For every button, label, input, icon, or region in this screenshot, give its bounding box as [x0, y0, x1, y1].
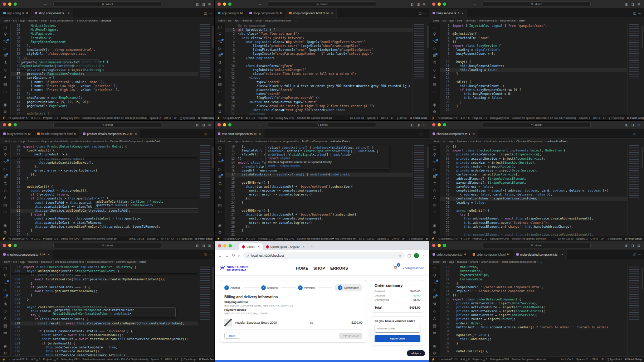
- history-back-icon[interactable]: ←: [258, 122, 262, 126]
- code-line[interactable]: 33 buttonText = this.accountService.isAd…: [440, 325, 627, 329]
- language-mode[interactable]: { } TypeScript: [181, 358, 196, 361]
- code-line[interactable]: 19 this.loading = false;: [440, 96, 627, 100]
- eol-status[interactable]: LF: [175, 358, 178, 361]
- code-line[interactable]: 3 <div class="flex justify-between">: [225, 36, 413, 40]
- activity-icon[interactable]: ◇: [433, 68, 436, 72]
- breadcrumb[interactable]: clientsrcappfeaturescheckoutcheckout.com…: [429, 139, 644, 144]
- breadcrumb-item[interactable]: BusyService: [497, 19, 516, 22]
- activity-icon[interactable]: ▤: [433, 203, 436, 207]
- activity-icon[interactable]: ▢: [433, 146, 436, 150]
- activity-icon[interactable]: A: [4, 317, 6, 320]
- encoding-status[interactable]: UTF-8: [165, 358, 172, 361]
- breadcrumb-item[interactable]: confirmationToken: [542, 140, 568, 143]
- code-line[interactable]: 16 placeholder="Search": [225, 88, 413, 92]
- code-line[interactable]: 43 loadProduct() {: [11, 149, 198, 153]
- code-line[interactable]: 2 <div class="flex flex-col gap-3">: [225, 32, 413, 36]
- split-editor-icon[interactable]: ◫: [418, 11, 421, 15]
- solution-status[interactable]: Solution file opened: skinet.sln: [297, 116, 332, 120]
- breadcrumb[interactable]: clientsrcappfeaturesshopshop.component.t…: [0, 18, 215, 23]
- breadcrumb-item[interactable]: result: [136, 260, 146, 264]
- breadcrumb-item[interactable]: shop.component.html: [262, 19, 291, 22]
- cursor-position[interactable]: Ln 37, Col 12 (5 selected): [117, 116, 146, 120]
- code-line[interactable]: 109 }: [11, 281, 198, 285]
- activity-icon[interactable]: ⌥: [3, 160, 8, 164]
- code-line[interactable]: 46 saveAddress = false;: [440, 185, 627, 189]
- activity-icon[interactable]: ◇: [4, 68, 6, 72]
- code-line[interactable]: 20 class="absolute inset-y-0 right-0 top…: [225, 104, 413, 108]
- activity-icon[interactable]: ▤: [218, 203, 221, 207]
- activity-icon[interactable]: ▢: [218, 146, 221, 150]
- close-icon[interactable]: ×: [259, 132, 261, 136]
- stepper-step[interactable]: ✓ Shipping: [261, 285, 298, 290]
- code-line[interactable]: 124 if (orderResult) {: [11, 342, 198, 346]
- code-line[interactable]: 62 } else {: [11, 213, 198, 217]
- code-line[interactable]: 15 class="block w-full p-4 text-sm □text…: [225, 84, 413, 88]
- code-line[interactable]: 14: [440, 76, 627, 80]
- activity-icon[interactable]: ⚲: [4, 274, 6, 277]
- minimap[interactable]: [627, 144, 644, 236]
- breadcrumb-item[interactable]: confirmPayment: [113, 260, 136, 264]
- code-line[interactable]: 26 export class OrderDetailedComponent {: [440, 298, 627, 301]
- code-line[interactable]: 28 next: response => console.log(respons…: [225, 217, 413, 221]
- history-forward-icon[interactable]: →: [432, 243, 436, 247]
- editor-tab[interactable]: order-detailed.component.ts ×: [513, 250, 567, 259]
- activity-icon[interactable]: ▤: [3, 82, 7, 86]
- git-branch[interactable]: ⌥ updateA21* ↻: [438, 237, 458, 240]
- finish-setup-button[interactable]: ⊞ Finish Setup: [627, 116, 644, 120]
- layout-toggle-icons[interactable]: ◧ ◨ ⊞: [410, 3, 426, 6]
- activity-icon[interactable]: ⚗: [218, 61, 222, 65]
- code-line[interactable]: 17 name="search": [225, 92, 413, 96]
- breadcrumb-item[interactable]: ProductDetailsComponent: [107, 140, 143, 143]
- encoding-status[interactable]: UTF-8: [591, 358, 598, 361]
- code-line[interactable]: 19 get404Error() {: [225, 181, 413, 185]
- code-line[interactable]: 2: [440, 28, 627, 32]
- code-line[interactable]: 45 paymentElement?: StripePaymentElement…: [440, 181, 627, 185]
- projects-status[interactable]: Projects: △ 3: [43, 237, 58, 240]
- eol-status[interactable]: LF: [171, 237, 174, 240]
- code-line[interactable]: 42 ];: [11, 92, 198, 96]
- split-editor-icon[interactable]: ◫: [204, 132, 207, 136]
- activity-icon[interactable]: ◇: [433, 309, 436, 313]
- history-forward-icon[interactable]: →: [218, 122, 221, 126]
- code-line[interactable]: 49 confirmationToken = signalConfirmatio…: [440, 197, 627, 201]
- finish-setup-button[interactable]: ⊞ Finish Setup: [426, 237, 429, 240]
- activity-icon[interactable]: ◉: [433, 223, 436, 227]
- activity-icon[interactable]: ⚗: [433, 302, 436, 306]
- code-line[interactable]: 47 ngOnInit() {: [11, 112, 198, 115]
- close-icon[interactable]: ×: [561, 253, 563, 256]
- pay-button[interactable]: Pay $405.00: [339, 333, 362, 339]
- language-mode[interactable]: { } TypeScript: [606, 358, 622, 361]
- code-line[interactable]: 20 }: [440, 100, 627, 104]
- solution-status[interactable]: Solution file opened: skinet.sln: [512, 358, 546, 361]
- code-line[interactable]: 44 pageSizeOptions = [5, 10, 15, 20];: [11, 100, 198, 104]
- code-line[interactable]: 56 this.addressElement.on('change', this…: [440, 225, 627, 229]
- breadcrumb-item[interactable]: shop.component.ts: [47, 19, 74, 22]
- code-line[interactable]: 67 }: [11, 233, 198, 236]
- code-line[interactable]: 48 { address: false, card: false, delive…: [440, 193, 627, 197]
- layout-toggle-icons[interactable]: ◧ ◨ ⊞: [625, 3, 641, 6]
- back-icon[interactable]: ←: [218, 254, 222, 258]
- activity-icon[interactable]: ▭: [3, 331, 7, 335]
- code-line[interactable]: 37 products?: Pagination<Product>;: [11, 72, 198, 76]
- editor-actions[interactable]: ◫⋯: [201, 129, 215, 138]
- debug-target[interactable]: Debug Any CPU: [490, 358, 509, 361]
- code-line[interactable]: 31 private router = inject(Router);: [440, 317, 627, 321]
- code-line[interactable]: 31 templateUrl: './shop.component.html',: [11, 48, 198, 52]
- command-center-search[interactable]: ⚲ skinet: [483, 1, 591, 7]
- activity-icon[interactable]: ▤: [433, 324, 436, 328]
- code-line[interactable]: 32: [225, 233, 413, 236]
- close-icon[interactable]: ×: [473, 132, 474, 136]
- editor-tab[interactable]: shop.component.html 3, M ×: [286, 9, 337, 18]
- remote-icon[interactable]: ⚡: [217, 116, 220, 120]
- breadcrumb-item[interactable]: src: [225, 140, 231, 143]
- debug-target[interactable]: Debug Any CPU: [490, 116, 509, 120]
- problems-status[interactable]: ⊗ 0 △ 0: [246, 237, 255, 240]
- site-logo[interactable]: SKINET-CORE BMX SPORTS GEAR: [220, 265, 249, 271]
- command-center-search[interactable]: ⚲ skinet: [483, 243, 591, 248]
- menu-kebab-icon[interactable]: ⋮: [422, 253, 426, 258]
- indent-status[interactable]: Spaces: 2: [579, 116, 590, 120]
- code-line[interactable]: 120: [11, 325, 198, 329]
- code-line[interactable]: 66 }: [11, 229, 198, 233]
- activity-icon[interactable]: ▢: [3, 25, 7, 29]
- encoding-status[interactable]: UTF-8: [164, 116, 171, 120]
